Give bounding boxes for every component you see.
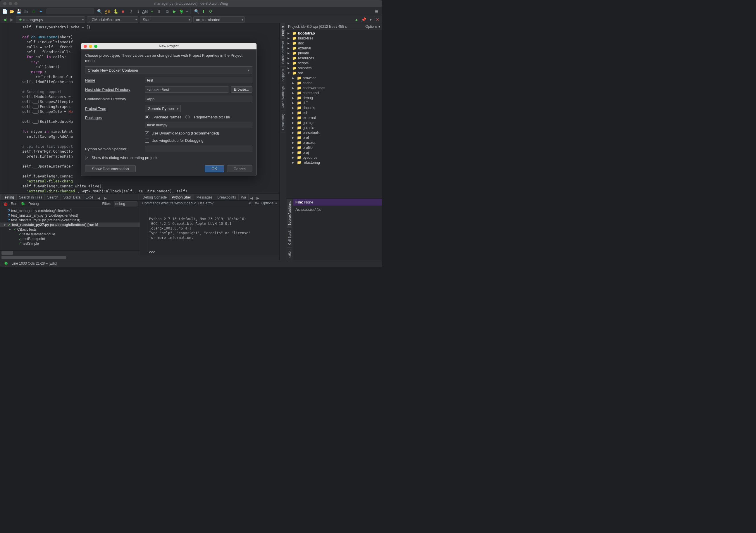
callback-dropdown[interactable]: on_terminated	[193, 16, 245, 23]
vtab-snippets[interactable]: Snippets	[281, 67, 285, 84]
shell-options-arrow[interactable]: ▾	[275, 201, 277, 205]
zoom-icon[interactable]: 🔍	[194, 9, 199, 14]
tab-stack-data[interactable]: Stack Data	[61, 194, 83, 200]
project-item-src[interactable]: ▼📁src	[286, 70, 382, 75]
radio-package-names[interactable]	[145, 115, 149, 119]
project-item-proj[interactable]: ▶📁proj	[286, 150, 382, 155]
continue-icon[interactable]: →│	[186, 9, 191, 14]
tab-python-shell[interactable]: Python Shell	[169, 194, 194, 200]
test-tree[interactable]: ? test_manager.py (src/debug/client/test…	[0, 207, 140, 247]
shell-bug-icon[interactable]: ☀	[247, 200, 253, 206]
save-all-icon[interactable]: 🗃	[23, 9, 28, 14]
name-input[interactable]	[145, 77, 253, 83]
test-row[interactable]: ▼✓ CBasicTests	[0, 227, 140, 232]
nav-back-icon[interactable]: ◀	[2, 17, 7, 22]
show-documentation-button[interactable]: Show Documentation	[85, 165, 136, 172]
project-item-process[interactable]: ▶📁process	[286, 140, 382, 145]
project-item-docutils[interactable]: ▶📁docutils	[286, 105, 382, 110]
vtab-source-assistant[interactable]: Source Assistant	[287, 199, 292, 228]
project-item-cache[interactable]: ▶📁cache	[286, 80, 382, 85]
dynamic-mapping-checkbox[interactable]	[145, 131, 149, 135]
test-row[interactable]: ? test_manager.py (src/debug/client/test…	[0, 208, 140, 213]
tab-messages[interactable]: Messages	[194, 194, 215, 200]
down-arrow-icon[interactable]: ⬇	[201, 9, 206, 14]
vtab-code-warnings[interactable]: Code Warnings	[281, 84, 285, 111]
menu-icon[interactable]: ☰	[375, 9, 380, 14]
project-item-bootstrap[interactable]: ▶📁bootstrap	[286, 31, 382, 36]
browse-button[interactable]: Browse...	[231, 86, 253, 93]
project-item-parsetools[interactable]: ▶📁parsetools	[286, 130, 382, 135]
step-out-icon[interactable]: ⤴	[128, 9, 134, 14]
nav-fwd-icon[interactable]: ▶	[9, 17, 14, 22]
tabs-next-icon[interactable]: ▶	[255, 196, 261, 200]
tabs-prev-icon[interactable]: ◀	[95, 196, 102, 200]
test-row[interactable]: ▼✓ test_runstate_py27.py (src/debug/clie…	[0, 223, 140, 227]
bug-status-icon[interactable]: 🪲	[3, 261, 9, 266]
shell-add-icon[interactable]: ≡+	[255, 200, 260, 206]
bottom-right-tabs[interactable]: Debug ConsolePython ShellMessagesBreakpo…	[140, 194, 280, 200]
project-item-guimgr[interactable]: ▶📁guimgr	[286, 120, 382, 125]
project-item-debug[interactable]: ▶📁debug	[286, 95, 382, 100]
project-item-pysource[interactable]: ▶📁pysource	[286, 155, 382, 160]
project-tree[interactable]: ▶📁bootstrap▶📁build-files▶📁doc▶📁external▶…	[286, 30, 382, 199]
class-dropdown[interactable]: _CModuleScraper	[87, 16, 138, 23]
project-item-browser[interactable]: ▶📁browser	[286, 75, 382, 80]
pin-icon[interactable]: 📌	[361, 17, 366, 22]
cancel-button[interactable]: Cancel	[227, 165, 253, 172]
packages-input[interactable]	[145, 121, 253, 128]
run-label[interactable]: Run	[11, 202, 17, 206]
project-item-private[interactable]: ▶📁private	[286, 51, 382, 56]
vtab-refactoring[interactable]: Refactoring	[281, 111, 285, 132]
wingdbstub-checkbox[interactable]	[145, 139, 149, 143]
warning-icon[interactable]: ▲	[354, 17, 359, 22]
step-in-icon[interactable]: ⤵	[135, 9, 141, 14]
debug-icon[interactable]: 🪲	[179, 9, 184, 14]
magic-icon[interactable]: ✦	[38, 9, 43, 14]
new-file-icon[interactable]: 📄	[2, 9, 7, 14]
vtab-tation[interactable]: tation	[287, 247, 292, 260]
bottom-left-tabs[interactable]: TestingSearch in FilesSearchStack DataEx…	[0, 194, 140, 200]
toolbar-search[interactable]	[46, 9, 94, 14]
project-item-diff[interactable]: ▶📁diff	[286, 100, 382, 105]
run-icon[interactable]: ▶	[172, 9, 177, 14]
project-item-pref[interactable]: ▶📁pref	[286, 135, 382, 140]
project-item-snippets[interactable]: ▶📁snippets	[286, 66, 382, 70]
project-options[interactable]: Options	[365, 25, 377, 29]
ok-button[interactable]: OK	[205, 165, 224, 172]
project-item-command[interactable]: ▶📁command	[286, 90, 382, 95]
project-item-doc[interactable]: ▶📁doc	[286, 40, 382, 46]
test-row[interactable]: ? test_runstate_any.py (src/debug/client…	[0, 213, 140, 218]
debug-run-icon[interactable]: 🪲	[20, 201, 25, 206]
add-icon[interactable]: ＋	[149, 9, 155, 14]
tabs-next-icon[interactable]: ▶	[102, 196, 109, 200]
editor-hscroll[interactable]	[0, 255, 279, 260]
tab-search[interactable]: Search	[44, 194, 61, 200]
project-item-external[interactable]: ▶📁external	[286, 115, 382, 120]
bug-icon[interactable]: 🐞	[3, 201, 8, 206]
refactor-icon[interactable]: ılı	[31, 9, 37, 14]
vtab-project[interactable]: Project	[281, 23, 285, 39]
vtab-source-browser[interactable]: Source Browser	[281, 38, 285, 67]
tab-wa[interactable]: Wa	[238, 194, 249, 200]
project-item-resources[interactable]: ▶📁resources	[286, 56, 382, 61]
tab-debug-console[interactable]: Debug Console	[140, 194, 170, 200]
shell-options[interactable]: Options	[261, 201, 273, 205]
stop-icon[interactable]: ■	[120, 9, 125, 14]
debug-label[interactable]: Debug	[28, 202, 39, 206]
minimize-icon[interactable]: ▾	[368, 17, 373, 22]
sync-icon[interactable]: ↺	[208, 9, 213, 14]
tab-testing[interactable]: Testing	[0, 194, 17, 200]
test-row[interactable]: ✓ testBreakpoint	[0, 236, 140, 241]
project-item-profile[interactable]: ▶📁profile	[286, 145, 382, 150]
close-editor-icon[interactable]: ✕	[375, 17, 380, 22]
tab-exce[interactable]: Exce	[83, 194, 96, 200]
shell-console[interactable]: Python 2.7.16 (default, Nov 23 2019, 18:…	[140, 206, 280, 255]
project-item-scripts[interactable]: ▶📁scripts	[286, 61, 382, 66]
filter-input[interactable]	[114, 201, 137, 206]
search-icon[interactable]: 🔍	[97, 9, 102, 14]
method-dropdown[interactable]: Start	[140, 16, 192, 23]
cdir-input[interactable]	[145, 95, 253, 102]
test-hscroll[interactable]	[0, 250, 140, 255]
project-item-external[interactable]: ▶📁external	[286, 46, 382, 51]
project-item-build-files[interactable]: ▶📁build-files	[286, 36, 382, 40]
